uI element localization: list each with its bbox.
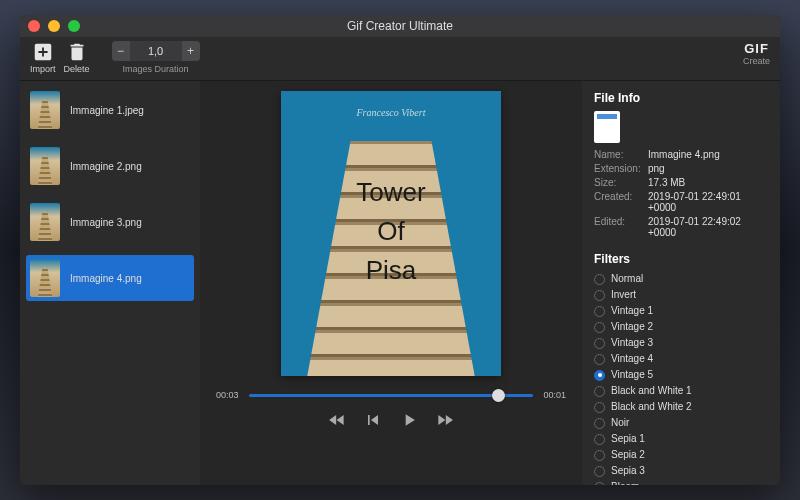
filter-option-black-and-white-2[interactable]: Black and White 2 (594, 400, 768, 414)
duration-group: − + Images Duration (112, 41, 200, 74)
radio-icon (594, 402, 605, 413)
info-edited: Edited:2019-07-01 22:49:02 +0000 (594, 216, 768, 238)
prev-frame-icon[interactable] (363, 410, 383, 430)
filter-option-sepia-3[interactable]: Sepia 3 (594, 464, 768, 478)
time-current: 00:03 (216, 390, 239, 400)
playback-controls (327, 410, 455, 430)
filter-option-vintage-2[interactable]: Vintage 2 (594, 320, 768, 334)
filter-label: Sepia 1 (611, 432, 645, 446)
right-panel: File Info Name:Immagine 4.png Extension:… (582, 81, 780, 485)
app-window: Gif Creator Ultimate Import Delete − + I… (20, 15, 780, 485)
filters-heading: Filters (594, 252, 768, 266)
timeline: 00:03 00:01 (216, 390, 566, 400)
sidebar-item-0[interactable]: Immagine 1.jpeg (26, 87, 194, 133)
gif-text: GIF (744, 41, 769, 56)
filter-option-invert[interactable]: Invert (594, 288, 768, 302)
filter-label: Bloom (611, 480, 639, 485)
filter-option-vintage-3[interactable]: Vintage 3 (594, 336, 768, 350)
radio-icon (594, 386, 605, 397)
duration-decrement-button[interactable]: − (112, 41, 130, 61)
thumbnail-image (30, 203, 60, 241)
create-gif-button[interactable]: GIF Create (743, 41, 770, 66)
thumbnail-label: Immagine 3.png (70, 217, 142, 228)
filter-label: Black and White 2 (611, 400, 692, 414)
filter-label: Sepia 2 (611, 448, 645, 462)
main-area: Francesco Vibert Tower Of Pisa 00:03 00:… (200, 81, 582, 485)
filter-label: Noir (611, 416, 629, 430)
create-label: Create (743, 56, 770, 66)
filter-option-vintage-1[interactable]: Vintage 1 (594, 304, 768, 318)
import-button[interactable]: Import (30, 41, 56, 74)
radio-icon (594, 354, 605, 365)
duration-label: Images Duration (123, 64, 189, 74)
radio-icon (594, 274, 605, 285)
radio-icon (594, 434, 605, 445)
thumbnail-label: Immagine 2.png (70, 161, 142, 172)
file-icon (594, 111, 620, 143)
sidebar-item-1[interactable]: Immagine 2.png (26, 143, 194, 189)
delete-label: Delete (64, 64, 90, 74)
body: Immagine 1.jpegImmagine 2.pngImmagine 3.… (20, 81, 780, 485)
rewind-icon[interactable] (327, 410, 347, 430)
overlay-line-2: Of (281, 212, 501, 251)
delete-button[interactable]: Delete (64, 41, 90, 74)
duration-stepper: − + (112, 41, 200, 61)
thumbnail-image (30, 259, 60, 297)
duration-increment-button[interactable]: + (182, 41, 200, 61)
file-info-heading: File Info (594, 91, 768, 105)
radio-icon (594, 370, 605, 381)
filter-label: Normal (611, 272, 643, 286)
radio-icon (594, 322, 605, 333)
filter-label: Vintage 4 (611, 352, 653, 366)
thumbnail-label: Immagine 1.jpeg (70, 105, 144, 116)
radio-icon (594, 306, 605, 317)
preview-author: Francesco Vibert (281, 107, 501, 118)
radio-icon (594, 466, 605, 477)
info-size: Size:17.3 MB (594, 177, 768, 188)
filter-label: Vintage 3 (611, 336, 653, 350)
filter-option-vintage-4[interactable]: Vintage 4 (594, 352, 768, 366)
radio-icon (594, 338, 605, 349)
import-icon (32, 41, 54, 63)
filter-option-noir[interactable]: Noir (594, 416, 768, 430)
play-icon[interactable] (399, 410, 419, 430)
overlay-line-3: Pisa (281, 251, 501, 290)
filter-option-normal[interactable]: Normal (594, 272, 768, 286)
radio-icon (594, 482, 605, 486)
radio-icon (594, 450, 605, 461)
radio-icon (594, 418, 605, 429)
titlebar[interactable]: Gif Creator Ultimate (20, 15, 780, 37)
duration-input[interactable] (130, 41, 182, 61)
filter-option-black-and-white-1[interactable]: Black and White 1 (594, 384, 768, 398)
window-title: Gif Creator Ultimate (20, 19, 780, 33)
filter-label: Vintage 5 (611, 368, 653, 382)
filter-label: Vintage 2 (611, 320, 653, 334)
toolbar: Import Delete − + Images Duration GIF Cr… (20, 37, 780, 81)
filter-option-vintage-5[interactable]: Vintage 5 (594, 368, 768, 382)
sidebar-item-2[interactable]: Immagine 3.png (26, 199, 194, 245)
filter-label: Vintage 1 (611, 304, 653, 318)
preview-image: Francesco Vibert Tower Of Pisa (281, 91, 501, 376)
preview-overlay-text: Tower Of Pisa (281, 173, 501, 290)
filters-section: Filters NormalInvertVintage 1Vintage 2Vi… (594, 252, 768, 485)
filter-label: Sepia 3 (611, 464, 645, 478)
radio-icon (594, 290, 605, 301)
filter-label: Black and White 1 (611, 384, 692, 398)
trash-icon (66, 41, 88, 63)
filter-label: Invert (611, 288, 636, 302)
sidebar: Immagine 1.jpegImmagine 2.pngImmagine 3.… (20, 81, 200, 485)
filter-option-sepia-1[interactable]: Sepia 1 (594, 432, 768, 446)
info-name: Name:Immagine 4.png (594, 149, 768, 160)
timeline-slider[interactable] (249, 394, 534, 397)
thumbnail-image (30, 91, 60, 129)
overlay-line-1: Tower (281, 173, 501, 212)
info-ext: Extension:png (594, 163, 768, 174)
import-label: Import (30, 64, 56, 74)
filter-option-sepia-2[interactable]: Sepia 2 (594, 448, 768, 462)
fast-forward-icon[interactable] (435, 410, 455, 430)
filter-option-bloom[interactable]: Bloom (594, 480, 768, 485)
thumbnail-label: Immagine 4.png (70, 273, 142, 284)
thumbnail-image (30, 147, 60, 185)
sidebar-item-3[interactable]: Immagine 4.png (26, 255, 194, 301)
time-total: 00:01 (543, 390, 566, 400)
